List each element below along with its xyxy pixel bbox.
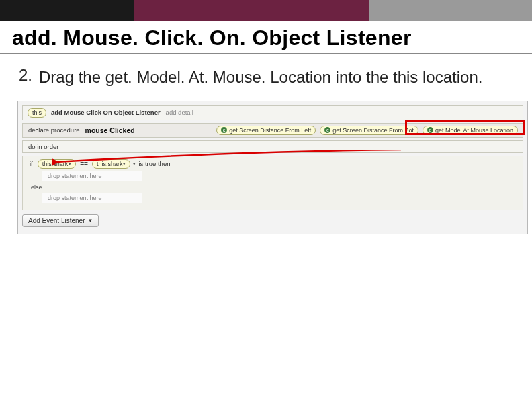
listener-header-row: this add Mouse Click On Object Listener … xyxy=(22,105,523,120)
eq-operator: == xyxy=(80,160,88,167)
step-number: 2. xyxy=(19,66,32,89)
bar-seg-maroon xyxy=(134,0,369,21)
chip-model-at-mouse[interactable]: eget Model At Mouse Location xyxy=(423,126,518,135)
else-label: else xyxy=(31,184,519,191)
add-detail-label[interactable]: add detail xyxy=(166,109,193,116)
if-header: if this.shark▾ == this.shark▾ ▾ is true … xyxy=(27,159,519,169)
declare-label: declare procedure xyxy=(28,126,80,134)
bar-seg-gray xyxy=(369,0,532,21)
step-block: 2. Drag the get. Model. At. Mouse. Locat… xyxy=(0,66,532,95)
condition-left[interactable]: this.shark▾ xyxy=(38,159,77,169)
code-panel: this add Mouse Click On Object Listener … xyxy=(17,101,528,234)
add-event-listener-label: Add Event Listener xyxy=(28,217,85,224)
do-in-order-label: do in order xyxy=(28,143,58,150)
title-underline xyxy=(0,53,532,54)
chip-screen-left[interactable]: eget Screen Distance From Left xyxy=(216,126,316,135)
drop-slot-else[interactable]: drop statement here xyxy=(42,193,142,203)
chip-screen-bottom[interactable]: eget Screen Distance From Bot xyxy=(320,126,418,135)
drop-slot-then[interactable]: drop statement here xyxy=(42,171,142,181)
if-label: if xyxy=(30,160,33,167)
bar-seg-dark xyxy=(0,0,134,21)
listener-label: add Mouse Click On Object Listener xyxy=(51,109,161,116)
do-in-order-row: do in order xyxy=(22,140,523,153)
is-true-label: is true then xyxy=(138,160,170,167)
condition-right[interactable]: this.shark▾ xyxy=(92,159,131,169)
chevron-down-icon: ▼ xyxy=(88,218,93,224)
title-bar xyxy=(0,0,532,21)
this-chip[interactable]: this xyxy=(28,108,46,118)
procedure-row: declare procedure mouse Clicked eget Scr… xyxy=(22,123,523,138)
step-text: Drag the get. Model. At. Mouse. Location… xyxy=(39,66,482,89)
chevron-down-icon: ▾ xyxy=(133,161,136,167)
if-block: if this.shark▾ == this.shark▾ ▾ is true … xyxy=(22,156,523,210)
proc-name: mouse Clicked xyxy=(85,126,135,134)
add-event-listener-button[interactable]: Add Event Listener ▼ xyxy=(22,214,99,227)
page-title: add. Mouse. Click. On. Object Listener xyxy=(0,21,532,53)
